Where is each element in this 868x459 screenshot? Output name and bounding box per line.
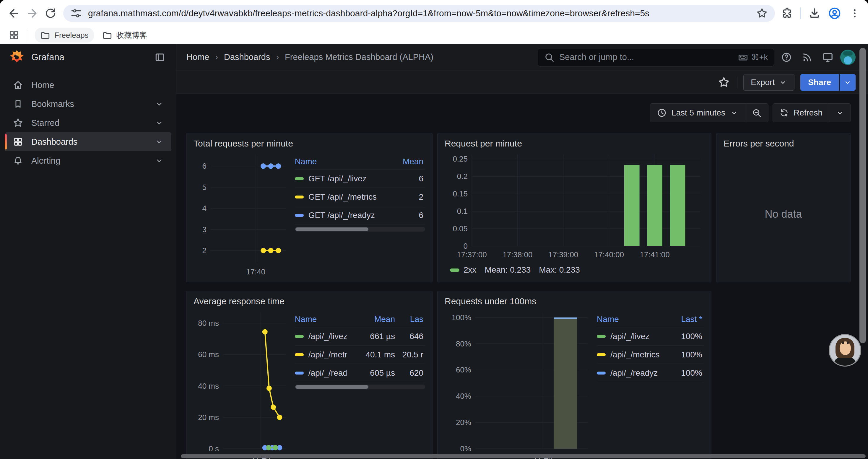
- breadcrumb-home[interactable]: Home: [186, 52, 209, 62]
- svg-text:80 ms: 80 ms: [198, 319, 219, 328]
- legend-scrollbar[interactable]: [295, 385, 425, 389]
- legend-scrollbar-thumb[interactable]: [296, 227, 368, 231]
- apps-grid-icon[interactable]: [6, 29, 21, 42]
- url-text[interactable]: grafana.mathmast.com/d/deytv4rwavabkb/fr…: [88, 8, 751, 18]
- horizontal-scrollbar[interactable]: [181, 454, 866, 458]
- assistant-avatar-widget[interactable]: [830, 335, 860, 366]
- series-color-swatch[interactable]: [295, 371, 304, 374]
- svg-text:80%: 80%: [456, 339, 471, 348]
- legend-row[interactable]: GET /api/_/metrics2: [295, 188, 425, 206]
- bookmark-folder-freeleaps[interactable]: Freeleaps: [35, 28, 94, 42]
- legend-column-header[interactable]: Mean: [346, 315, 397, 324]
- refresh-interval-caret[interactable]: [829, 104, 850, 122]
- legend-row[interactable]: GET /api/_/readyz6: [295, 206, 425, 224]
- svg-text:0.15: 0.15: [453, 189, 468, 198]
- downloads-icon[interactable]: [806, 5, 823, 22]
- legend-column-header[interactable]: Name: [295, 157, 387, 166]
- favorite-star-icon[interactable]: [717, 75, 731, 90]
- series-color-swatch[interactable]: [597, 335, 606, 338]
- chevron-down-icon[interactable]: [155, 100, 164, 108]
- reload-icon[interactable]: [41, 4, 60, 23]
- legend-row[interactable]: GET /api/_/livez6: [295, 169, 425, 188]
- legend-column-header[interactable]: Mean: [387, 157, 425, 166]
- dashboard-toolbar: Export Share: [176, 71, 868, 94]
- url-bar[interactable]: grafana.mathmast.com/d/deytv4rwavabkb/fr…: [63, 5, 775, 22]
- legend-row[interactable]: /api/_/metrics40.1 ms20.5 r: [295, 345, 425, 364]
- chevron-down-icon[interactable]: [155, 156, 164, 165]
- panel-request-per-minute[interactable]: Request per minute 00.050.10.150.20.2517…: [437, 133, 711, 282]
- panel-title[interactable]: Average response time: [186, 291, 432, 307]
- legend-header-row: NameLast *: [597, 312, 704, 327]
- legend-scrollbar[interactable]: [295, 227, 425, 232]
- legend-row[interactable]: /api/_/readyz100%: [597, 364, 704, 382]
- news-icon[interactable]: [799, 49, 815, 66]
- panel-total-requests[interactable]: Total requests per minute 2345617:40 Nam…: [186, 133, 433, 282]
- help-icon[interactable]: [778, 49, 795, 66]
- forward-icon[interactable]: [23, 4, 41, 23]
- bookmark-star-icon[interactable]: [756, 7, 768, 19]
- panel-errors-per-second[interactable]: Errors per second No data: [716, 133, 850, 282]
- user-avatar[interactable]: [840, 50, 856, 65]
- series-value: 605 µs: [346, 368, 397, 378]
- bar-chart-requests-under-100ms: 0%20%40%60%80%100%17:40: [443, 307, 593, 459]
- zoom-out-button[interactable]: [745, 104, 768, 122]
- extensions-icon[interactable]: [778, 5, 796, 22]
- panel-title[interactable]: Request per minute: [438, 133, 711, 150]
- series-color-swatch[interactable]: [597, 371, 606, 374]
- panel-title[interactable]: Total requests per minute: [186, 133, 432, 150]
- legend-column-header[interactable]: Name: [597, 315, 665, 324]
- panel-title[interactable]: Requests under 100ms: [438, 291, 711, 307]
- chevron-down-icon[interactable]: [155, 137, 164, 146]
- export-button[interactable]: Export: [743, 74, 795, 91]
- sidebar-item-alerting[interactable]: Alerting: [5, 151, 172, 170]
- grafana-brand[interactable]: Grafana: [31, 52, 64, 63]
- share-menu-caret[interactable]: [840, 74, 856, 91]
- svg-text:0: 0: [464, 241, 468, 251]
- series-color-swatch[interactable]: [295, 335, 304, 338]
- sidebar-item-dashboards[interactable]: Dashboards: [5, 132, 172, 151]
- sidebar-item-home[interactable]: Home: [5, 76, 172, 95]
- back-icon[interactable]: [5, 4, 23, 23]
- search-shortcut: ⌘+k: [738, 52, 768, 63]
- legend-row[interactable]: /api/_/metrics100%: [597, 345, 704, 364]
- browser-menu-icon[interactable]: [846, 5, 863, 22]
- series-color-swatch[interactable]: [295, 196, 304, 198]
- series-color-swatch[interactable]: [295, 353, 304, 356]
- refresh-button[interactable]: Refresh: [773, 104, 829, 122]
- legend-row[interactable]: /api/_/readyz605 µs620: [295, 364, 425, 382]
- share-button[interactable]: Share: [800, 74, 856, 91]
- bookmark-folder-blogs[interactable]: 收藏博客: [97, 28, 152, 43]
- legend-row[interactable]: /api/_/livez100%: [597, 327, 704, 345]
- panel-average-response-time[interactable]: Average response time 0 s20 ms40 ms60 ms…: [186, 291, 433, 459]
- series-color-swatch[interactable]: [295, 214, 304, 217]
- display-icon[interactable]: [819, 49, 836, 66]
- legend-scrollbar-thumb[interactable]: [296, 385, 368, 389]
- chevron-down-icon: [836, 109, 844, 117]
- profile-icon[interactable]: [826, 5, 843, 22]
- refresh-label: Refresh: [794, 108, 823, 118]
- series-color-swatch[interactable]: [597, 353, 606, 356]
- vertical-scrollbar[interactable]: [860, 48, 866, 343]
- folder-icon: [102, 30, 112, 40]
- breadcrumb-dashboards[interactable]: Dashboards: [224, 52, 270, 62]
- dock-menu-icon[interactable]: [152, 50, 167, 65]
- legend-column-header[interactable]: Last *: [665, 315, 704, 324]
- legend-row[interactable]: /api/_/livez661 µs646: [295, 327, 425, 345]
- chevron-down-icon[interactable]: [155, 119, 164, 127]
- legend-column-header[interactable]: Name: [295, 315, 346, 324]
- panel-title[interactable]: Errors per second: [716, 133, 850, 150]
- panel-requests-under-100ms[interactable]: Requests under 100ms 0%20%40%60%80%100%1…: [437, 291, 711, 459]
- legend-column-header[interactable]: Las: [397, 315, 425, 324]
- series-color-swatch[interactable]: [295, 177, 304, 180]
- legend-mean: Mean: 0.233: [485, 265, 531, 275]
- series-name: /api/_/readyz: [308, 368, 346, 378]
- sidebar-item-starred[interactable]: Starred: [5, 113, 172, 132]
- search-input[interactable]: Search or jump to... ⌘+k: [538, 48, 774, 66]
- site-settings-icon[interactable]: [70, 7, 82, 19]
- time-range-picker[interactable]: Last 5 minutes: [650, 104, 745, 122]
- sidebar-item-bookmarks[interactable]: Bookmarks: [5, 95, 172, 113]
- grafana-logo[interactable]: [9, 49, 25, 65]
- legend-series-name[interactable]: 2xx: [464, 265, 476, 275]
- svg-text:2: 2: [203, 246, 207, 255]
- series-value: 6: [387, 174, 425, 184]
